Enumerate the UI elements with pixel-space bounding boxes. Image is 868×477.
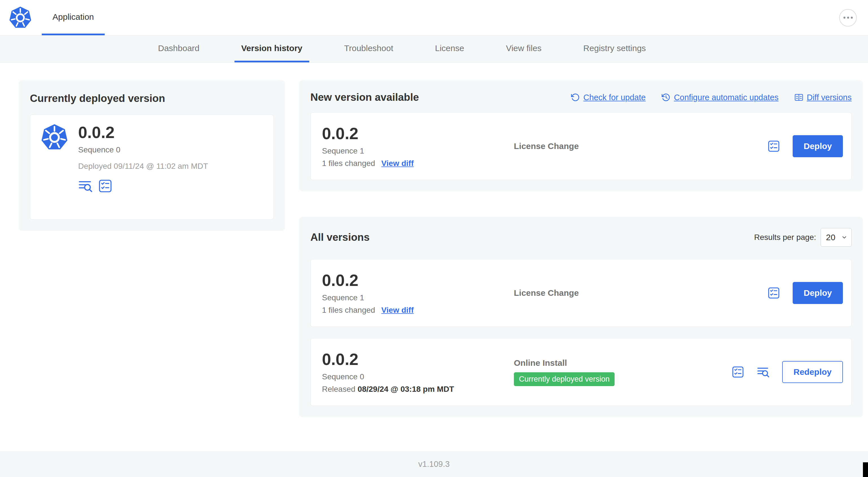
tab-version-history[interactable]: Version history: [235, 35, 309, 62]
version-source: Online Install: [514, 358, 732, 368]
deployed-sequence: Sequence 0: [78, 145, 208, 154]
topbar: Application: [0, 0, 868, 35]
schedule-icon: [661, 93, 671, 102]
footer: v1.109.3: [0, 451, 868, 477]
view-diff-link[interactable]: View diff: [381, 306, 414, 315]
version-sequence: Sequence 0: [322, 372, 514, 381]
app-tab-label: Application: [53, 12, 94, 22]
version-sequence: Sequence 1: [322, 147, 514, 155]
currently-deployed-badge: Currently deployed version: [514, 372, 615, 386]
tab-view-files[interactable]: View files: [499, 35, 548, 62]
release-notes-icon-button[interactable]: [78, 179, 93, 193]
deployed-version-card: 0.0.2 Sequence 0 Deployed 09/11/24 @ 11:…: [30, 115, 274, 219]
overflow-menu-button[interactable]: [839, 9, 857, 27]
topbar-left: Application: [6, 0, 105, 35]
tab-dashboard[interactable]: Dashboard: [151, 35, 206, 62]
version-row: 0.0.2 Sequence 1 1 files changed View di…: [310, 259, 851, 327]
checklist-icon: [732, 365, 744, 379]
files-changed: 1 files changed: [322, 159, 375, 168]
diff-versions-link[interactable]: Diff versions: [794, 93, 851, 102]
refresh-icon: [571, 93, 580, 102]
configure-automatic-updates-link[interactable]: Configure automatic updates: [661, 93, 779, 102]
config-icon-button[interactable]: [732, 365, 744, 379]
version-source: License Change: [514, 288, 767, 298]
chevron-down-icon: [841, 234, 847, 240]
tab-application[interactable]: Application: [42, 0, 105, 35]
all-versions-heading: All versions: [310, 232, 370, 243]
deployed-timestamp: Deployed 09/11/24 @ 11:02 am MDT: [78, 162, 208, 171]
check-for-update-link[interactable]: Check for update: [571, 93, 646, 102]
version-sequence: Sequence 1: [322, 293, 514, 302]
deploy-button[interactable]: Deploy: [793, 282, 843, 304]
view-diff-link[interactable]: View diff: [381, 159, 414, 168]
kubernetes-logo-icon: [6, 0, 32, 35]
released-timestamp: 08/29/24 @ 03:18 pm MDT: [358, 385, 454, 393]
new-version-row: 0.0.2 Sequence 1 1 files changed View di…: [310, 112, 851, 180]
released-label: Released: [322, 385, 355, 393]
results-per-page-label: Results per page:: [754, 233, 816, 242]
redeploy-button[interactable]: Redeploy: [782, 361, 843, 383]
config-icon-button[interactable]: [767, 287, 780, 299]
version-number: 0.0.2: [322, 271, 514, 289]
screen-artifact: [863, 462, 868, 477]
kubernetes-app-icon: [40, 123, 69, 211]
tab-registry-settings[interactable]: Registry settings: [577, 35, 653, 62]
version-number: 0.0.2: [322, 124, 514, 143]
deploy-button[interactable]: Deploy: [793, 135, 843, 157]
config-icon-button[interactable]: [98, 179, 113, 193]
config-icon-button[interactable]: [767, 140, 780, 153]
new-version-panel: New version available Check for update: [299, 80, 863, 191]
release-notes-icon-button[interactable]: [757, 365, 770, 379]
ellipsis-icon: [843, 17, 845, 19]
currently-deployed-panel: Currently deployed version: [19, 80, 285, 231]
release-notes-icon: [78, 179, 93, 193]
currently-deployed-heading: Currently deployed version: [30, 93, 274, 105]
checklist-icon: [767, 287, 780, 299]
subnav: Dashboard Version history Troubleshoot L…: [0, 35, 868, 63]
tab-troubleshoot[interactable]: Troubleshoot: [338, 35, 400, 62]
version-row: 0.0.2 Sequence 0 Released08/29/24 @ 03:1…: [310, 338, 851, 406]
results-per-page-select[interactable]: 20: [820, 228, 851, 247]
main-content: Currently deployed version: [0, 63, 868, 451]
files-changed: 1 files changed: [322, 306, 375, 315]
version-number: 0.0.2: [322, 350, 514, 368]
all-versions-panel: All versions Results per page: 20: [299, 217, 863, 417]
console-version: v1.109.3: [418, 459, 450, 469]
checklist-icon: [767, 140, 780, 153]
diff-icon: [794, 93, 803, 102]
tab-license[interactable]: License: [428, 35, 471, 62]
checklist-icon: [98, 179, 113, 193]
new-version-heading: New version available: [310, 91, 419, 103]
deployed-version-number: 0.0.2: [78, 123, 208, 141]
version-source: License Change: [514, 141, 767, 151]
release-notes-icon: [757, 365, 770, 379]
